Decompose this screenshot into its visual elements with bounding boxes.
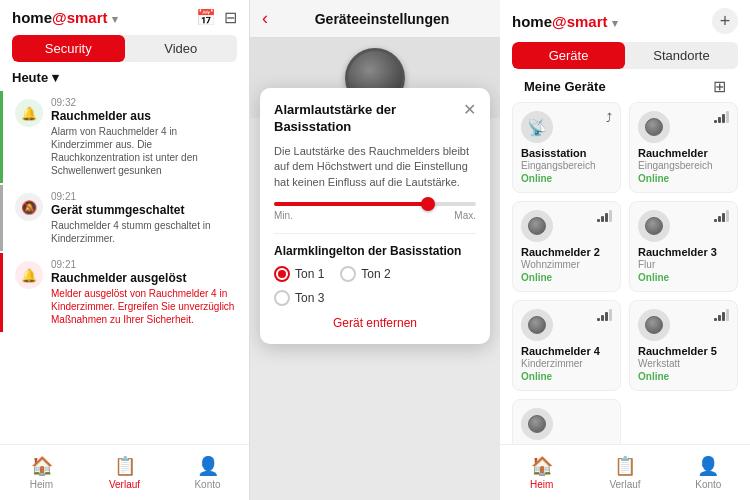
device-status: Online [521, 173, 612, 184]
event-icon-bell-green: 🔔 [15, 99, 43, 127]
panel3-app-name: home@smart ▾ [512, 13, 618, 30]
event-item[interactable]: 🔔 09:32 Rauchmelder aus Alarm von Rauchm… [0, 91, 249, 183]
device-card-header [638, 111, 729, 143]
device-location: Eingangsbereich [521, 160, 612, 171]
nav-verlauf[interactable]: 📋 Verlauf [83, 451, 166, 494]
bar2 [718, 216, 721, 222]
event-icon-bell-red: 🔔 [15, 261, 43, 289]
device-location: Wohnzimmer [521, 259, 612, 270]
nav-heim[interactable]: 🏠 Heim [0, 451, 83, 494]
nav-verlauf-label-p3: Verlauf [609, 479, 640, 490]
tab-video[interactable]: Video [125, 35, 238, 62]
event-time: 09:32 [51, 97, 237, 108]
device-card-rauchmelder3[interactable]: Rauchmelder 3 Flur Online [629, 201, 738, 292]
panel3-bottom-nav: 🏠 Heim 📋 Verlauf 👤 Konto [500, 444, 750, 500]
device-location: Flur [638, 259, 729, 270]
remove-device-button[interactable]: Gerät entfernen [274, 316, 476, 330]
verlauf-icon: 📋 [114, 455, 136, 477]
back-button[interactable]: ‹ [262, 8, 268, 29]
event-item[interactable]: 🔕 09:21 Gerät stummgeschaltet Rauchmelde… [0, 185, 249, 251]
device-actions [714, 111, 729, 123]
device-card-header [521, 408, 612, 440]
nav-konto[interactable]: 👤 Konto [166, 451, 249, 494]
smoke-detector-icon [645, 118, 663, 136]
device-location: Werkstatt [638, 358, 729, 369]
panel3-app-title: home@smart ▾ + [512, 8, 738, 34]
verlauf-icon-p3: 📋 [614, 455, 636, 477]
devices-grid: 📡 ⤴ Basisstation Eingangsbereich Online [500, 102, 750, 444]
add-device-button[interactable]: + [712, 8, 738, 34]
tab-standorte[interactable]: Standorte [625, 42, 738, 69]
tab-security[interactable]: Security [12, 35, 125, 62]
tone-radio-row2: Ton 3 [274, 290, 476, 306]
event-content: 09:21 Gerät stummgeschaltet Rauchmelder … [51, 191, 237, 245]
bar3 [722, 114, 725, 123]
tone1-radio[interactable] [274, 266, 290, 282]
bar1 [714, 120, 717, 123]
nav-heim-p3[interactable]: 🏠 Heim [500, 451, 583, 494]
event-content: 09:32 Rauchmelder aus Alarm von Rauchmel… [51, 97, 237, 177]
share-icon[interactable]: ⤴ [606, 111, 612, 125]
device-name: Rauchmelder 3 [638, 246, 729, 258]
my-devices-label: Meine Geräte [524, 79, 606, 94]
modal-close-button[interactable]: ✕ [463, 102, 476, 118]
panel3-tabs: Geräte Standorte [512, 42, 738, 69]
calendar-icon[interactable]: 📅 [196, 8, 216, 27]
nav-konto-p3[interactable]: 👤 Konto [667, 451, 750, 494]
event-item[interactable]: 🔔 09:21 Rauchmelder ausgelöst Melder aus… [0, 253, 249, 332]
tone3-label: Ton 3 [295, 291, 324, 305]
event-time: 09:21 [51, 191, 237, 202]
device-card-header [521, 210, 612, 242]
device-location: Eingangsbereich [638, 160, 729, 171]
filter-icon[interactable]: ⊟ [224, 8, 237, 27]
bar1 [714, 219, 717, 222]
tab-geraete[interactable]: Geräte [512, 42, 625, 69]
smoke-icon [521, 210, 553, 242]
device-status: Online [638, 371, 729, 382]
slider-track [274, 202, 476, 206]
device-card-rauchmelder4[interactable]: Rauchmelder 4 Kinderzimmer Online [512, 300, 621, 391]
tone2-label: Ton 2 [361, 267, 390, 281]
device-card-rauchmelder6[interactable]: Rauchmelder 6 [512, 399, 621, 444]
alarm-volume-modal: Alarmlautstärke der Basisstation ✕ Die L… [260, 88, 490, 344]
tone2-radio[interactable] [340, 266, 356, 282]
basisstation-icon: 📡 [521, 111, 553, 143]
device-name: Rauchmelder 4 [521, 345, 612, 357]
grid-view-icon[interactable]: ⊞ [713, 77, 726, 96]
nav-heim-label: Heim [30, 479, 53, 490]
device-card-header [638, 210, 729, 242]
slider-thumb[interactable] [421, 197, 435, 211]
tone1-label: Ton 1 [295, 267, 324, 281]
panel-security: home@smart ▾ 📅 ⊟ Security Video Heute ▾ … [0, 0, 250, 500]
tone2-option[interactable]: Ton 2 [340, 266, 390, 282]
signal-bars [714, 111, 729, 123]
device-card-basisstation[interactable]: 📡 ⤴ Basisstation Eingangsbereich Online [512, 102, 621, 193]
device-card-rauchmelder[interactable]: Rauchmelder Eingangsbereich Online [629, 102, 738, 193]
tone1-radio-inner [278, 270, 286, 278]
device-name: Rauchmelder 2 [521, 246, 612, 258]
slider-min-label: Min. [274, 210, 293, 221]
device-name: Rauchmelder 5 [638, 345, 729, 357]
modal-header: Alarmlautstärke der Basisstation ✕ [274, 102, 476, 136]
event-desc: Rauchmelder 4 stumm geschaltet in Kinder… [51, 219, 237, 245]
device-card-rauchmelder2[interactable]: Rauchmelder 2 Wohnzimmer Online [512, 201, 621, 292]
signal-bars [714, 210, 729, 222]
bar3 [722, 312, 725, 321]
tone1-option[interactable]: Ton 1 [274, 266, 324, 282]
smoke-icon [638, 309, 670, 341]
volume-slider[interactable]: Min. Max. [274, 202, 476, 221]
bar3 [605, 213, 608, 222]
tone3-option[interactable]: Ton 3 [274, 290, 324, 306]
device-name: Rauchmelder [638, 147, 729, 159]
bar4 [726, 210, 729, 222]
tone3-radio[interactable] [274, 290, 290, 306]
modal-divider [274, 233, 476, 234]
event-icon-mute: 🔕 [15, 193, 43, 221]
modal-title: Alarmlautstärke der Basisstation [274, 102, 463, 136]
device-card-rauchmelder5[interactable]: Rauchmelder 5 Werkstatt Online [629, 300, 738, 391]
device-status: Online [638, 272, 729, 283]
device-card-header [638, 309, 729, 341]
nav-verlauf-p3[interactable]: 📋 Verlauf [583, 451, 666, 494]
slider-fill [274, 202, 426, 206]
panel1-tabs: Security Video [12, 35, 237, 62]
